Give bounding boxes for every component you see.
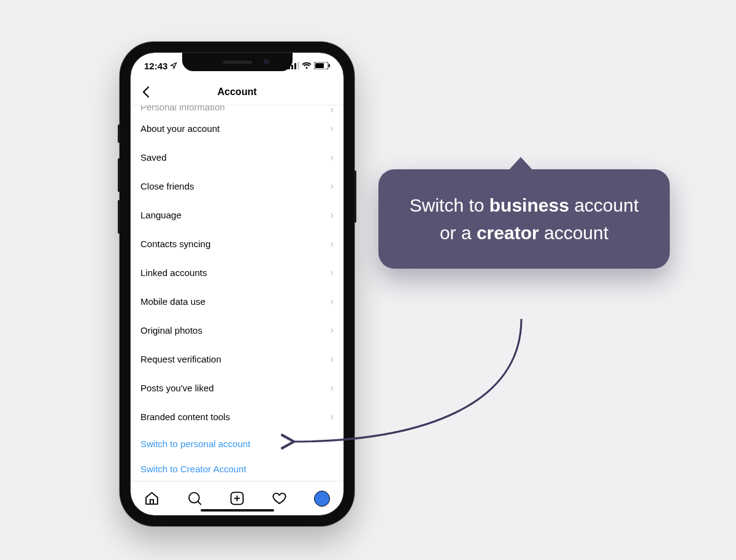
row-close-friends[interactable]: Close friends ›	[131, 172, 343, 201]
row-label: Request verification	[140, 354, 221, 364]
nav-header: Account	[131, 79, 343, 105]
back-button[interactable]	[137, 79, 155, 105]
status-time: 12:43	[144, 61, 167, 71]
settings-list[interactable]: Personal information › About your accoun…	[131, 105, 343, 481]
row-label: Original photos	[140, 325, 202, 336]
callout-text-post: account	[539, 223, 608, 243]
row-about-your-account[interactable]: About your account ›	[131, 114, 343, 143]
row-linked-accounts[interactable]: Linked accounts ›	[131, 258, 343, 287]
row-label: About your account	[140, 123, 220, 134]
plus-square-icon	[229, 491, 245, 506]
camera-icon	[264, 59, 269, 64]
chevron-right-icon: ›	[330, 237, 334, 250]
row-request-verification[interactable]: Request verification ›	[131, 345, 343, 374]
chevron-right-icon: ›	[330, 209, 334, 221]
link-switch-personal[interactable]: Switch to personal account	[131, 431, 343, 456]
chevron-right-icon: ›	[330, 353, 334, 366]
tab-home[interactable]	[131, 481, 173, 515]
phone-frame: 12:43 Account Personal inform	[120, 42, 355, 526]
chevron-right-icon: ›	[330, 410, 334, 423]
status-time-area: 12:43	[144, 61, 177, 71]
svg-rect-3	[297, 62, 299, 69]
row-mobile-data-use[interactable]: Mobile data use ›	[131, 287, 343, 316]
notch	[182, 53, 293, 71]
row-label: Branded content tools	[140, 412, 230, 422]
home-icon	[144, 491, 159, 506]
svg-rect-5	[315, 63, 324, 68]
row-label: Saved	[140, 152, 167, 163]
row-label: Personal information	[140, 105, 225, 112]
chevron-right-icon: ›	[330, 382, 334, 394]
svg-point-7	[189, 493, 199, 503]
volume-up	[118, 158, 120, 192]
row-saved[interactable]: Saved ›	[131, 143, 343, 172]
row-original-photos[interactable]: Original photos ›	[131, 316, 343, 345]
row-language[interactable]: Language ›	[131, 201, 343, 229]
row-label: Contacts syncing	[140, 239, 210, 249]
svg-rect-2	[294, 63, 296, 69]
callout-text-b2: creator	[477, 223, 539, 243]
chevron-right-icon: ›	[330, 180, 334, 193]
row-label: Language	[140, 210, 182, 220]
heart-icon	[272, 491, 287, 506]
callout-text-b1: business	[489, 195, 569, 215]
chevron-right-icon: ›	[330, 266, 334, 279]
chevron-right-icon: ›	[330, 105, 334, 114]
svg-rect-1	[291, 65, 293, 69]
chevron-right-icon: ›	[330, 151, 334, 164]
row-label: Linked accounts	[140, 267, 207, 278]
callout-tooltip: Switch to business account or a creator …	[378, 169, 670, 269]
tab-profile[interactable]	[301, 481, 343, 515]
home-indicator	[201, 509, 274, 512]
battery-icon	[314, 62, 330, 69]
row-label: Close friends	[140, 181, 194, 191]
row-label: Mobile data use	[140, 296, 205, 307]
phone-screen: 12:43 Account Personal inform	[131, 53, 343, 515]
chevron-right-icon: ›	[330, 122, 334, 135]
volume-down	[118, 200, 120, 234]
status-right	[288, 62, 330, 69]
row-branded-content-tools[interactable]: Branded content tools ›	[131, 402, 343, 431]
avatar-icon	[314, 491, 330, 507]
link-switch-creator[interactable]: Switch to Creator Account	[131, 456, 343, 481]
chevron-left-icon	[142, 86, 150, 98]
svg-line-8	[197, 502, 201, 505]
row-personal-information[interactable]: Personal information ›	[131, 105, 343, 114]
page-title: Account	[218, 86, 257, 98]
row-posts-youve-liked[interactable]: Posts you've liked ›	[131, 374, 343, 402]
row-label: Posts you've liked	[140, 383, 214, 393]
chevron-right-icon: ›	[330, 295, 334, 308]
svg-rect-6	[329, 64, 330, 67]
row-contacts-syncing[interactable]: Contacts syncing ›	[131, 229, 343, 258]
search-icon	[187, 491, 202, 506]
callout-text-pre: Switch to	[410, 195, 489, 215]
chevron-right-icon: ›	[330, 324, 334, 337]
wifi-icon	[302, 62, 312, 69]
callout-tail-icon	[507, 157, 534, 172]
power-button	[354, 171, 356, 223]
speaker-icon	[223, 61, 252, 64]
mute-switch	[118, 125, 120, 143]
location-icon	[170, 62, 177, 69]
